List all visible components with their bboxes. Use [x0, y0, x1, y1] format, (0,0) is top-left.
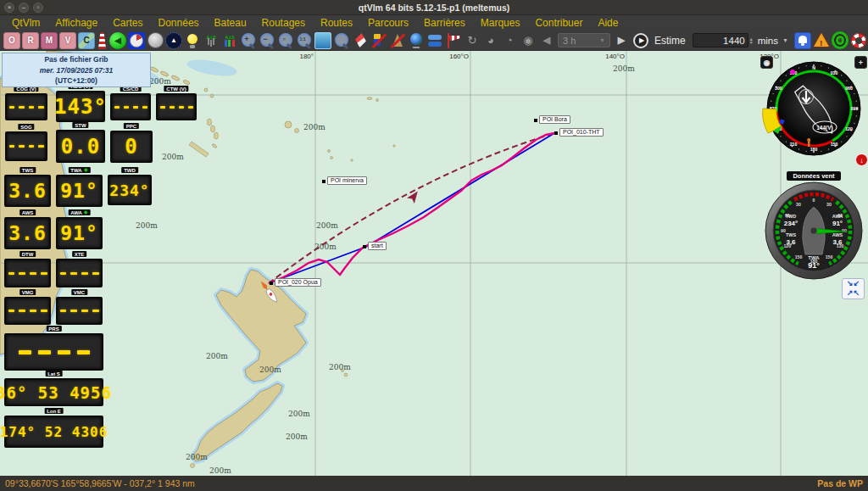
compass-needle-icon[interactable]	[352, 32, 369, 49]
map-canvas[interactable]: 180°160°O140°O120°O200m200m200m200m200m2…	[0, 51, 868, 476]
instrument-vmg[interactable]: VMG	[4, 297, 51, 325]
compass-collapse-icon[interactable]: ↓	[855, 153, 868, 166]
center-boat-icon[interactable]: ◀	[109, 32, 126, 49]
day-night-icon[interactable]	[184, 32, 201, 49]
hide-arrows-icon[interactable]	[389, 32, 406, 49]
menu-aide[interactable]: Aide	[591, 16, 625, 30]
menu-contribuer[interactable]: Contribuer	[528, 16, 589, 30]
alarms-icon[interactable]	[794, 32, 811, 49]
chart-v-icon[interactable]: V	[59, 32, 76, 49]
ais-list-icon[interactable]: A.I.S	[221, 32, 238, 49]
windsock-icon[interactable]	[445, 32, 462, 49]
menu-affichage[interactable]: Affichage	[48, 16, 104, 30]
compass-move-icon[interactable]: +	[854, 56, 867, 69]
zoom-in-icon[interactable]: +	[240, 32, 257, 49]
instrument-prs[interactable]: PRS	[4, 333, 103, 371]
instrument-hdg[interactable]: HDG (V)143°	[56, 91, 105, 122]
menu-parcours[interactable]: Parcours	[361, 16, 415, 30]
step-back-icon[interactable]: ◀	[538, 32, 555, 49]
zoom-actual-icon[interactable]: 1:1	[296, 32, 313, 49]
spin-arrows-icon[interactable]: ▲▼	[749, 37, 754, 44]
step-forward-icon[interactable]: ▶	[613, 32, 630, 49]
zoom-fit-icon[interactable]: ▫	[277, 32, 294, 49]
instruments-resize-widget[interactable]: ↘↙↗↖	[842, 278, 865, 299]
warning-icon[interactable]: !	[813, 32, 830, 49]
hide-pois-icon[interactable]	[370, 32, 387, 49]
instrument-tws[interactable]: TWS3.6	[4, 175, 51, 207]
instrument-label: DTW	[19, 251, 36, 257]
compass-rose-icon[interactable]	[128, 32, 145, 49]
ais-targets-icon[interactable]: A.I.S	[203, 32, 220, 49]
magenta-mark	[790, 70, 795, 75]
menu-barrires[interactable]: Barrières	[417, 16, 472, 30]
instrument-lon[interactable]: Lon E174° 52 4306	[4, 416, 103, 448]
menu-marques[interactable]: Marques	[474, 16, 527, 30]
loupe-icon[interactable]	[333, 32, 350, 49]
title-bar[interactable]: × – ▫ qtVlm 64 bits 5.12-15-p1 (meltemus…	[0, 0, 868, 15]
compass-widget[interactable]: N030060090120150180210240270300330 144(V…	[760, 53, 868, 165]
poi-bora[interactable]: POI Bora	[539, 115, 570, 124]
instrument-screen: 36° 53 4956	[4, 378, 103, 406]
menu-cartes[interactable]: Cartes	[106, 16, 149, 30]
wind-widget[interactable]: 1501209060300306090120150180 TWD 234° AW…	[760, 175, 868, 287]
chart-m-icon[interactable]: M	[41, 32, 58, 49]
anim-speed-icon[interactable]: ◕	[482, 32, 499, 49]
instrument-cog[interactable]: COG (V)	[5, 93, 47, 120]
instrument-twa[interactable]: TWA91°	[56, 175, 103, 207]
menu-donnes[interactable]: Données	[152, 16, 206, 30]
status-bar: 09°33,6670'S 165°58,9665'W - 037,2° 1 94…	[0, 476, 868, 491]
compass-settings-icon[interactable]: ◉	[760, 56, 773, 69]
poi-020-opua[interactable]: POI_020 Opua	[275, 278, 321, 287]
minimize-window-icon[interactable]: –	[19, 3, 29, 13]
chart-o-icon[interactable]: O	[3, 32, 20, 49]
longitude-label: 140°O	[596, 53, 625, 60]
dash	[70, 272, 77, 275]
anim-loop-icon[interactable]: ↻	[464, 32, 481, 49]
globe-icon[interactable]	[408, 32, 425, 49]
grib-info-box[interactable]: Pas de fichier Grib mer. 17/09/2025 07:3…	[2, 53, 151, 87]
chart-r-icon[interactable]: R	[22, 32, 39, 49]
chart-c-icon[interactable]: C	[78, 32, 95, 49]
instrument-value: 0	[125, 135, 137, 159]
depth-label: 200m	[613, 64, 635, 73]
target-rings-icon[interactable]	[832, 32, 849, 49]
dash	[170, 106, 175, 109]
instrument-vmc[interactable]: VMC	[56, 297, 103, 325]
menu-bateau[interactable]: Bateau	[208, 16, 253, 30]
menu-routages[interactable]: Routages	[255, 16, 312, 30]
dash	[41, 272, 47, 275]
anim-clock-icon[interactable]: ◔	[501, 32, 518, 49]
poi-010-tht[interactable]: POI_010-THT	[559, 128, 604, 137]
menu-qtvlm[interactable]: QtVlm	[5, 16, 47, 30]
zoom-select-icon[interactable]	[314, 32, 331, 49]
instrument-ppc[interactable]: PPC0	[110, 131, 153, 163]
boat-dial-icon[interactable]: ▲	[165, 32, 182, 49]
interval-spinbox[interactable]: 1440	[693, 33, 748, 47]
zoom-out-icon[interactable]: −	[259, 32, 275, 49]
instrument-xte[interactable]: XTE	[56, 259, 103, 287]
depth-label: 200m	[288, 410, 310, 418]
close-window-icon[interactable]: ×	[4, 3, 14, 13]
instrument-ctw[interactable]: CTW (V)	[156, 93, 197, 120]
play-estime-button[interactable]: ▶	[633, 33, 648, 48]
grib-icon[interactable]	[426, 32, 443, 49]
interval-unit-combo[interactable]: mins ▼	[758, 36, 788, 46]
lighthouse-icon[interactable]	[97, 32, 108, 49]
instrument-cscd[interactable]: CS/CD	[110, 93, 151, 120]
instrument-dtw[interactable]: DTW	[4, 259, 51, 287]
time-step-combo[interactable]: 3 h ▼	[558, 33, 610, 47]
instrument-sog[interactable]: SOG	[5, 131, 47, 161]
poi-start[interactable]: start	[368, 242, 387, 250]
maximize-window-icon[interactable]: ▫	[33, 3, 43, 13]
instrument-awa[interactable]: AWA91°	[56, 217, 103, 249]
poi-minerva[interactable]: POI minerva	[327, 176, 367, 185]
instrument-lat[interactable]: Lat S36° 53 4956	[4, 378, 103, 406]
compass-gray-icon[interactable]	[147, 32, 164, 49]
instrument-stw[interactable]: STW0.0	[56, 130, 105, 163]
menu-routes[interactable]: Routes	[314, 16, 359, 30]
mob-lifebuoy-icon[interactable]	[850, 32, 867, 49]
anim-stop-icon[interactable]: ◉	[520, 32, 537, 49]
instrument-aws[interactable]: AWS3.6	[4, 217, 51, 249]
instrument-twd[interactable]: TWD234°	[108, 175, 152, 205]
instrument-label: AWA	[68, 209, 91, 215]
